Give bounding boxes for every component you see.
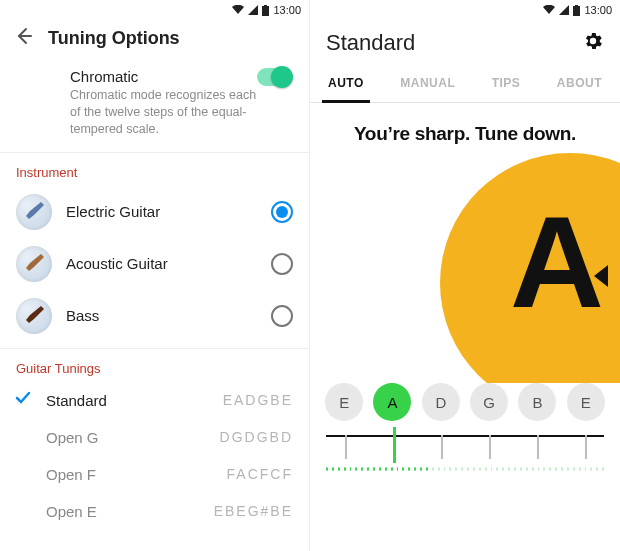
- tuning-option[interactable]: Open EEBEG#BE: [0, 493, 309, 530]
- clock: 13:00: [273, 4, 301, 16]
- instrument-label: Electric Guitar: [66, 203, 257, 220]
- string-button[interactable]: E: [325, 383, 363, 421]
- level-dots: [326, 467, 604, 471]
- string-button[interactable]: A: [373, 383, 411, 421]
- instrument-option[interactable]: Electric Guitar: [0, 186, 309, 238]
- signal-icon: [559, 5, 569, 15]
- tunings-section-label: Guitar Tunings: [0, 349, 309, 382]
- wifi-icon: [543, 5, 555, 15]
- back-icon[interactable]: [14, 26, 34, 50]
- string-button[interactable]: G: [470, 383, 508, 421]
- battery-icon: [573, 5, 580, 16]
- tuning-option[interactable]: Open GDGDGBD: [0, 419, 309, 456]
- tuning-name: Open F: [46, 466, 227, 483]
- settings-pane: 13:00 Tuning Options Chromatic Chromatic…: [0, 0, 310, 551]
- string-tick: [345, 435, 347, 459]
- tuning-notes: EBEG#BE: [214, 503, 293, 519]
- signal-icon: [248, 5, 258, 15]
- svg-rect-2: [573, 6, 580, 16]
- status-bar: 13:00: [0, 0, 309, 20]
- tuning-notes: FACFCF: [227, 466, 293, 482]
- string-button[interactable]: B: [518, 383, 556, 421]
- page-title: Tuning Options: [48, 28, 180, 49]
- tab-manual[interactable]: MANUAL: [394, 70, 461, 102]
- tab-tips[interactable]: TIPS: [486, 70, 527, 102]
- instrument-icon: [16, 246, 52, 282]
- tuner-header: Standard: [310, 20, 620, 60]
- pitch-indicator: [393, 427, 396, 463]
- scale-baseline: [326, 435, 604, 437]
- tuning-option[interactable]: StandardEADGBE: [0, 382, 309, 419]
- tuning-dial: A: [310, 153, 620, 383]
- tuning-name-title: Standard: [326, 30, 415, 56]
- string-tick: [537, 435, 539, 459]
- tab-bar: AUTOMANUALTIPSABOUT: [310, 60, 620, 103]
- tuning-status-message: You’re sharp. Tune down.: [310, 103, 620, 153]
- check-icon: [14, 389, 32, 411]
- string-tick: [489, 435, 491, 459]
- wifi-icon: [232, 5, 244, 15]
- detected-note: A: [510, 197, 604, 327]
- svg-rect-1: [264, 5, 267, 6]
- instrument-radio[interactable]: [271, 253, 293, 275]
- gear-icon[interactable]: [582, 30, 604, 56]
- string-button[interactable]: D: [422, 383, 460, 421]
- tunings-list: StandardEADGBEOpen GDGDGBDOpen FFACFCFOp…: [0, 382, 309, 530]
- clock: 13:00: [584, 4, 612, 16]
- instrument-list: Electric GuitarAcoustic GuitarBass: [0, 186, 309, 342]
- tuner-pane: 13:00 Standard AUTOMANUALTIPSABOUT You’r…: [310, 0, 620, 551]
- tuning-notes: DGDGBD: [220, 429, 293, 445]
- tuning-option[interactable]: Open FFACFCF: [0, 456, 309, 493]
- chromatic-option[interactable]: Chromatic Chromatic mode recognizes each…: [0, 62, 309, 153]
- instrument-label: Bass: [66, 307, 257, 324]
- tuning-name: Standard: [46, 392, 223, 409]
- tab-auto[interactable]: AUTO: [322, 70, 370, 103]
- instrument-icon: [16, 298, 52, 334]
- instrument-section-label: Instrument: [0, 153, 309, 186]
- tuning-name: Open G: [46, 429, 220, 446]
- tuning-notes: EADGBE: [223, 392, 293, 408]
- tab-about[interactable]: ABOUT: [551, 70, 608, 102]
- tune-down-arrow-icon: [590, 263, 610, 293]
- instrument-icon: [16, 194, 52, 230]
- string-tick: [585, 435, 587, 459]
- chromatic-desc: Chromatic mode recognizes each of the tw…: [70, 87, 260, 138]
- string-tick: [441, 435, 443, 459]
- instrument-radio[interactable]: [271, 201, 293, 223]
- svg-rect-3: [575, 5, 578, 6]
- chromatic-toggle[interactable]: [257, 68, 291, 86]
- string-button[interactable]: E: [567, 383, 605, 421]
- pitch-scale: [326, 421, 604, 471]
- header: Tuning Options: [0, 20, 309, 62]
- svg-rect-0: [262, 6, 269, 16]
- tuning-name: Open E: [46, 503, 214, 520]
- string-selector: EADGBE: [310, 383, 620, 421]
- status-bar: 13:00: [310, 0, 620, 20]
- instrument-option[interactable]: Acoustic Guitar: [0, 238, 309, 290]
- battery-icon: [262, 5, 269, 16]
- instrument-option[interactable]: Bass: [0, 290, 309, 342]
- instrument-radio[interactable]: [271, 305, 293, 327]
- instrument-label: Acoustic Guitar: [66, 255, 257, 272]
